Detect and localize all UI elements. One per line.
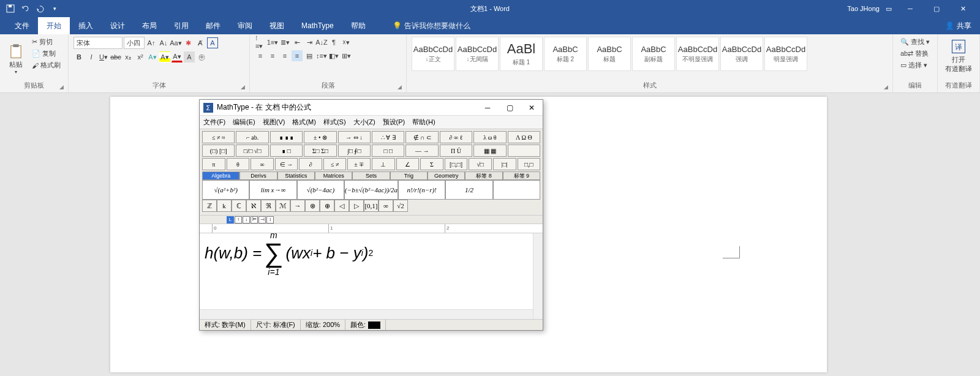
- mt-scrollbar-v[interactable]: [533, 233, 543, 319]
- symbol-button[interactable]: ℂ: [232, 200, 246, 212]
- shrink-font-button[interactable]: A↓: [158, 37, 169, 48]
- qat-dropdown-icon[interactable]: ▾: [48, 2, 61, 15]
- palette-button[interactable]: (□) [□]: [202, 145, 235, 157]
- palette-button[interactable]: → ⇔ ↓: [338, 131, 371, 143]
- bold-button[interactable]: B: [74, 51, 85, 62]
- palette-button[interactable]: ∉ ∩ ⊂: [405, 131, 438, 143]
- symbol-button[interactable]: ∞: [379, 200, 393, 212]
- style-item[interactable]: AaBbC标题: [588, 37, 631, 71]
- symbol-button[interactable]: k: [217, 200, 232, 212]
- mt-menu-help[interactable]: 帮助(H): [412, 118, 435, 127]
- style-item[interactable]: AaBbCcDd不明显强调: [676, 37, 719, 71]
- style-item[interactable]: AaBbCcDd↓无间隔: [456, 37, 499, 71]
- mt-menu-preset[interactable]: 预设(P): [383, 118, 405, 127]
- symbol-button[interactable]: √2: [393, 200, 408, 212]
- save-icon[interactable]: [4, 2, 17, 15]
- tell-me[interactable]: 💡告诉我你想要做什么: [393, 21, 470, 31]
- align-left-button[interactable]: ≡: [255, 50, 266, 61]
- italic-button[interactable]: I: [86, 51, 97, 62]
- tab-view[interactable]: 视图: [261, 17, 293, 34]
- style-item[interactable]: AaBbCcDd明显强调: [764, 37, 807, 71]
- mt-close-icon[interactable]: ✕: [521, 100, 543, 116]
- redo-icon[interactable]: [33, 2, 47, 15]
- palette-button[interactable]: ∠: [396, 158, 420, 170]
- palette-button[interactable]: ∂: [299, 158, 322, 170]
- palette-button[interactable]: Π Ū: [440, 145, 472, 157]
- enclose-char-button[interactable]: ㊥: [196, 51, 207, 62]
- symbol-button[interactable]: ◁: [334, 200, 349, 212]
- palette-tab[interactable]: Trig: [390, 171, 428, 180]
- multilevel-button[interactable]: ≣▾: [279, 37, 290, 48]
- palette-button[interactable]: [508, 145, 540, 157]
- youdao-button[interactable]: 译 打开 有道翻译: [943, 37, 974, 75]
- borders-button[interactable]: ⊞▾: [341, 50, 352, 61]
- palette-button[interactable]: [□,□]: [445, 158, 468, 170]
- tab-help[interactable]: 帮助: [342, 17, 374, 34]
- symbol-button[interactable]: ℤ: [202, 200, 217, 212]
- palette-button[interactable]: ∞: [251, 158, 274, 170]
- undo-icon[interactable]: [18, 2, 32, 15]
- maximize-icon[interactable]: ▢: [924, 0, 949, 17]
- style-item[interactable]: AaBbCcDd强调: [720, 37, 763, 71]
- shading-button[interactable]: ◧▾: [328, 50, 339, 61]
- tab-references[interactable]: 引用: [165, 17, 197, 34]
- show-marks-button[interactable]: ¶: [328, 37, 339, 48]
- formula[interactable]: h(w,b) = ∑ m i=1 (wxi + b − yi )2: [205, 239, 538, 266]
- palette-button[interactable]: Σ□ Σ□: [304, 145, 336, 157]
- palette-tab[interactable]: Matrices: [315, 171, 352, 180]
- palette-button[interactable]: n!/r!(n−r)!: [398, 180, 445, 200]
- palette-button[interactable]: λ ω θ: [473, 131, 506, 143]
- increase-indent-button[interactable]: ⇥: [304, 37, 315, 48]
- palette-button[interactable]: θ: [227, 158, 250, 170]
- palette-button[interactable]: — →: [405, 145, 438, 157]
- mathtype-titlebar[interactable]: Σ MathType - 在 文档 中的公式 ─ ▢ ✕: [200, 100, 543, 116]
- palette-tab[interactable]: 标签 9: [503, 171, 540, 180]
- mt-menu-style[interactable]: 样式(S): [323, 118, 346, 127]
- select-button[interactable]: ▭选择▾: [898, 60, 932, 70]
- mt-scrollbar-h[interactable]: [200, 309, 533, 319]
- user-name[interactable]: Tao JHong: [847, 5, 880, 12]
- palette-button[interactable]: π: [202, 158, 225, 170]
- close-icon[interactable]: ✕: [951, 0, 975, 17]
- symbol-button[interactable]: ℵ: [246, 200, 261, 212]
- strike-button[interactable]: abc: [110, 51, 121, 62]
- palette-button[interactable]: Λ Ω Θ: [508, 131, 540, 143]
- styles-launcher-icon[interactable]: ◢: [884, 84, 891, 91]
- style-item[interactable]: AaBl标题 1: [500, 37, 543, 71]
- palette-button[interactable]: ∎ ∎ ∎: [270, 131, 303, 143]
- superscript-button[interactable]: x²: [135, 51, 146, 62]
- tab-insert[interactable]: 插入: [70, 17, 102, 34]
- palette-button[interactable]: ∎ □: [270, 145, 303, 157]
- tab-home[interactable]: 开始: [38, 17, 70, 34]
- mathtype-tabstops[interactable]: L↑↓⊢⊣↕: [200, 215, 543, 224]
- palette-button[interactable]: lim x→∞: [249, 180, 296, 200]
- palette-button[interactable]: ∫□ ∮□: [338, 145, 371, 157]
- grow-font-button[interactable]: A↑: [146, 37, 157, 48]
- font-color-button[interactable]: A▾: [172, 51, 183, 62]
- style-item[interactable]: AaBbC副标题: [632, 37, 675, 71]
- tab-design[interactable]: 设计: [102, 17, 134, 34]
- mt-minimize-icon[interactable]: ─: [477, 100, 499, 116]
- palette-tab[interactable]: Algebra: [202, 171, 239, 180]
- symbol-button[interactable]: ⊗: [305, 200, 320, 212]
- tab-layout[interactable]: 布局: [134, 17, 165, 34]
- mathtype-ruler[interactable]: 012: [200, 224, 543, 233]
- text-effects-button[interactable]: A▾: [147, 51, 158, 62]
- highlight-button[interactable]: A▾: [159, 51, 170, 62]
- numbering-button[interactable]: 1≡▾: [267, 37, 278, 48]
- palette-button[interactable]: ± ∓: [347, 158, 371, 170]
- palette-button[interactable]: ⌐ ab.: [236, 131, 268, 143]
- style-gallery[interactable]: AaBbCcDd↓正文AaBbCcDd↓无间隔AaBl标题 1AaBbC标题 2…: [412, 37, 888, 71]
- palette-button[interactable]: (−b±√(b²−4ac))/2a: [344, 180, 398, 200]
- palette-button[interactable]: ▦ ▦: [473, 145, 506, 157]
- distribute-button[interactable]: ▤: [304, 50, 315, 61]
- palette-button[interactable]: ∂ ∞ ℓ: [440, 131, 472, 143]
- palette-button[interactable]: ⊥: [372, 158, 395, 170]
- clipboard-launcher-icon[interactable]: ◢: [59, 84, 67, 91]
- palette-button[interactable]: [493, 180, 540, 200]
- justify-button[interactable]: ≡: [292, 50, 303, 61]
- palette-button[interactable]: |□|: [493, 158, 516, 170]
- mt-menu-size[interactable]: 大小(Z): [353, 118, 375, 127]
- palette-tab[interactable]: Geometry: [428, 171, 465, 180]
- minimize-icon[interactable]: ─: [898, 0, 922, 17]
